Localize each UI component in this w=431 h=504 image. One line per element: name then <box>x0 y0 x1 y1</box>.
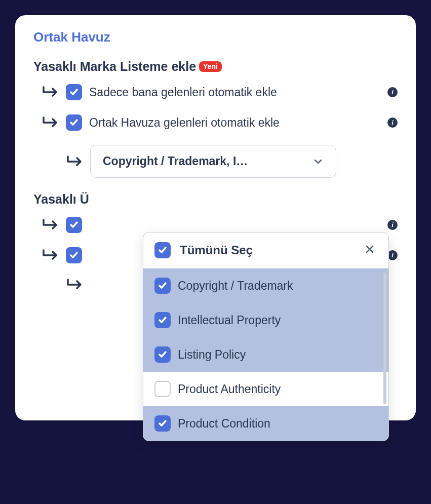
check-icon <box>158 418 168 429</box>
check-icon <box>158 281 168 291</box>
arrow-return-icon <box>66 278 83 292</box>
item-checkbox[interactable] <box>154 278 171 294</box>
product-block-title: Yasaklı Ü <box>33 192 398 207</box>
item-checkbox[interactable] <box>154 312 171 328</box>
item-checkbox[interactable] <box>154 415 171 432</box>
brand-option-2-row: Ortak Havuza gelenleri otomatik ekle i <box>33 114 398 131</box>
brand-block-title: Yasaklı Marka Listeme ekle Yeni <box>33 59 398 74</box>
select-all-label: Tümünü Seç <box>180 243 353 257</box>
check-icon <box>69 250 79 260</box>
dropdown-item-intellectual-property[interactable]: Intellectual Property <box>143 303 388 337</box>
product-option-2-checkbox[interactable] <box>66 247 82 263</box>
product-option-1-row: i <box>33 217 398 233</box>
arrow-return-icon <box>42 115 59 130</box>
brand-option-1-checkbox[interactable] <box>66 84 82 100</box>
info-icon[interactable]: i <box>387 87 398 97</box>
brand-option-1-row: Sadece bana gelenleri otomatik ekle i <box>33 84 398 100</box>
info-icon[interactable]: i <box>387 118 398 128</box>
check-icon <box>158 315 168 325</box>
check-icon <box>69 220 79 230</box>
item-label: Listing Policy <box>178 348 246 362</box>
dropdown-item-product-authenticity[interactable]: Product Authenticity <box>143 372 388 406</box>
arrow-return-icon <box>66 154 83 169</box>
chevron-down-icon <box>312 156 324 167</box>
brand-option-2-checkbox[interactable] <box>66 114 82 131</box>
check-icon <box>69 87 79 97</box>
brand-select-row: Copyright / Trademark, I… <box>33 145 398 178</box>
item-label: Intellectual Property <box>178 314 281 327</box>
arrow-return-icon <box>42 218 59 232</box>
item-label: Product Authenticity <box>178 382 281 396</box>
close-icon <box>364 244 375 255</box>
item-label: Product Condition <box>178 417 270 431</box>
category-select[interactable]: Copyright / Trademark, I… <box>90 145 336 178</box>
check-icon <box>69 118 79 128</box>
product-block-title-text: Yasaklı Ü <box>33 192 89 207</box>
dropdown-item-listing-policy[interactable]: Listing Policy <box>143 337 388 372</box>
scrollbar-thumb[interactable] <box>383 273 386 404</box>
arrow-return-icon <box>42 248 59 262</box>
check-icon <box>158 245 168 255</box>
settings-card: Ortak Havuz Yasaklı Marka Listeme ekle Y… <box>15 15 416 420</box>
arrow-return-icon <box>42 85 59 99</box>
category-select-value: Copyright / Trademark, I… <box>103 154 248 168</box>
category-dropdown: Tümünü Seç Copyright / Trademark Intelle… <box>143 232 389 441</box>
item-checkbox[interactable] <box>154 346 171 363</box>
brand-block-title-text: Yasaklı Marka Listeme ekle <box>33 59 196 74</box>
section-title: Ortak Havuz <box>33 29 398 45</box>
product-option-1-checkbox[interactable] <box>66 217 82 233</box>
dropdown-header: Tümünü Seç <box>143 232 388 268</box>
brand-option-1-label: Sadece bana gelenleri otomatik ekle <box>89 86 380 99</box>
dropdown-close-button[interactable] <box>362 242 377 259</box>
check-icon <box>158 350 168 360</box>
info-icon[interactable]: i <box>387 250 398 260</box>
item-checkbox[interactable] <box>154 381 171 397</box>
dropdown-item-product-condition[interactable]: Product Condition <box>143 406 388 441</box>
dropdown-list: Copyright / Trademark Intellectual Prope… <box>143 268 388 441</box>
new-badge: Yeni <box>199 61 222 72</box>
select-all-checkbox[interactable] <box>154 242 171 258</box>
item-label: Copyright / Trademark <box>178 279 293 293</box>
dropdown-item-copyright-trademark[interactable]: Copyright / Trademark <box>143 268 388 303</box>
brand-option-2-label: Ortak Havuza gelenleri otomatik ekle <box>89 116 380 130</box>
info-icon[interactable]: i <box>387 220 398 230</box>
